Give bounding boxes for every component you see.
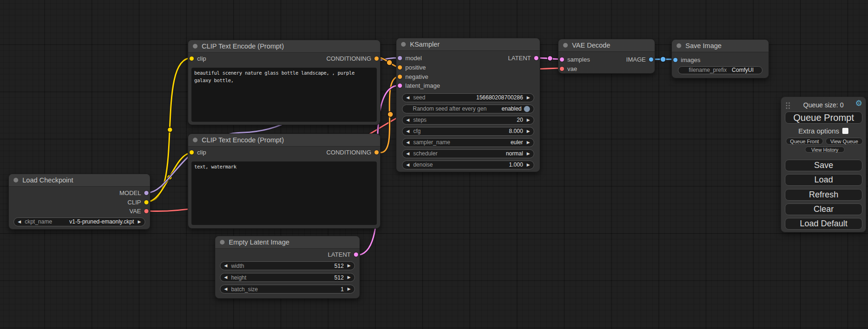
input-port-clip[interactable]: clip [190,149,206,156]
positive-prompt-textarea[interactable]: beautiful scenery nature glass bottle la… [191,68,377,122]
node-header[interactable]: Empty Latent Image [215,236,360,249]
negative-prompt-textarea[interactable]: text, watermark [191,161,377,225]
widget-batch-size[interactable]: ◀ batch_size 1 ▶ [220,285,355,294]
increment-arrow-icon[interactable]: ▶ [138,220,141,224]
image-port-dot-icon[interactable] [649,57,653,62]
toggle-dot-icon[interactable] [524,106,530,112]
widget-width[interactable]: ◀ width 512 ▶ [220,261,355,270]
input-port-negative[interactable]: negative [398,73,428,80]
latent-port-dot-icon[interactable] [354,252,358,257]
conditioning-port-dot-icon[interactable] [374,150,379,154]
node-clip-text-encode-negative[interactable]: CLIP Text Encode (Prompt) clip CONDITION… [188,133,381,229]
increment-arrow-icon[interactable]: ▶ [527,140,530,145]
increment-arrow-icon[interactable]: ▶ [527,152,530,156]
clip-port-dot-icon[interactable] [144,200,148,204]
widget-sampler-name[interactable]: ◀ sampler_name euler ▶ [402,138,534,147]
widget-random-seed-toggle[interactable]: Random seed after every gen enabled [402,105,534,113]
node-header[interactable]: VAE Decode [558,39,655,52]
collapse-dot-icon[interactable] [193,138,198,142]
latent-port-dot-icon[interactable] [398,84,402,88]
input-port-vae[interactable]: vae [560,65,577,72]
widget-seed[interactable]: ◀ seed 156680208700286 ▶ [402,93,534,102]
node-load-checkpoint[interactable]: Load Checkpoint MODEL CLIP VAE [8,174,150,230]
conditioning-port-dot-icon[interactable] [398,75,402,79]
decrement-arrow-icon[interactable]: ◀ [224,275,227,280]
vae-port-dot-icon[interactable] [144,209,148,213]
widget-height[interactable]: ◀ height 512 ▶ [220,273,355,282]
settings-gear-icon[interactable]: ⚙ [855,99,862,107]
node-header[interactable]: Load Checkpoint [9,174,150,187]
latent-port-dot-icon[interactable] [534,56,538,60]
output-port-latent[interactable]: LATENT [328,251,358,258]
view-history-button[interactable]: View History [805,147,845,153]
node-header[interactable]: CLIP Text Encode (Prompt) [188,40,380,53]
decrement-arrow-icon[interactable]: ◀ [18,220,21,224]
increment-arrow-icon[interactable]: ▶ [527,129,530,133]
clip-port-dot-icon[interactable] [190,150,194,154]
conditioning-port-dot-icon[interactable] [398,65,402,70]
clear-button[interactable]: Clear [785,203,862,215]
queue-prompt-button[interactable]: Queue Prompt [785,112,862,124]
input-port-latent-image[interactable]: latent_image [398,82,440,89]
output-port-clip[interactable]: CLIP [127,199,148,206]
node-empty-latent-image[interactable]: Empty Latent Image LATENT ◀ width 512 ▶ … [215,236,360,299]
decrement-arrow-icon[interactable]: ◀ [224,264,227,268]
output-port-model[interactable]: MODEL [120,189,148,196]
node-header[interactable]: KSampler [396,38,540,51]
collapse-dot-icon[interactable] [193,44,198,49]
node-save-image[interactable]: Save Image images filename_prefix ComfyU… [671,39,769,78]
decrement-arrow-icon[interactable]: ◀ [406,152,409,156]
input-port-images[interactable]: images [673,56,700,63]
node-vae-decode[interactable]: VAE Decode samples IMAGE vae [558,39,655,74]
collapse-dot-icon[interactable] [220,240,225,245]
load-button[interactable]: Load [785,174,862,186]
increment-arrow-icon[interactable]: ▶ [347,287,351,291]
widget-scheduler[interactable]: ◀ scheduler normal ▶ [402,149,534,158]
node-graph-canvas[interactable]: Load Checkpoint MODEL CLIP VAE [0,0,868,329]
widget-denoise[interactable]: ◀ denoise 1.000 ▶ [402,161,534,169]
node-clip-text-encode-positive[interactable]: CLIP Text Encode (Prompt) clip CONDITION… [188,40,381,125]
output-port-conditioning[interactable]: CONDITIONING [326,55,379,62]
output-port-latent[interactable]: LATENT [508,55,538,62]
widget-steps[interactable]: ◀ steps 20 ▶ [402,116,534,125]
decrement-arrow-icon[interactable]: ◀ [406,140,409,145]
increment-arrow-icon[interactable]: ▶ [527,163,530,167]
input-port-samples[interactable]: samples [560,56,590,63]
node-header[interactable]: Save Image [672,40,769,52]
input-port-clip[interactable]: clip [190,55,206,62]
decrement-arrow-icon[interactable]: ◀ [406,129,409,133]
collapse-dot-icon[interactable] [401,42,406,47]
output-port-vae[interactable]: VAE [129,208,148,215]
collapse-dot-icon[interactable] [14,178,18,182]
increment-arrow-icon[interactable]: ▶ [347,264,351,268]
increment-arrow-icon[interactable]: ▶ [527,96,530,100]
input-port-model[interactable]: model [398,55,422,62]
increment-arrow-icon[interactable]: ▶ [527,118,530,122]
view-queue-button[interactable]: View Queue [826,138,863,145]
decrement-arrow-icon[interactable]: ◀ [406,96,409,100]
decrement-arrow-icon[interactable]: ◀ [406,163,409,167]
model-port-dot-icon[interactable] [144,191,148,195]
refresh-button[interactable]: Refresh [785,189,862,201]
decrement-arrow-icon[interactable]: ◀ [224,287,227,291]
extra-options-checkbox[interactable] [842,128,848,134]
widget-ckpt-name[interactable]: ◀ ckpt_name v1-5-pruned-emaonly.ckpt ▶ [14,217,145,226]
decrement-arrow-icon[interactable]: ◀ [406,118,409,122]
widget-filename-prefix[interactable]: filename_prefix ComfyUI [678,66,762,74]
node-header[interactable]: CLIP Text Encode (Prompt) [188,134,380,147]
collapse-dot-icon[interactable] [563,43,568,48]
save-button[interactable]: Save [785,160,862,171]
conditioning-port-dot-icon[interactable] [374,56,379,61]
widget-cfg[interactable]: ◀ cfg 8.000 ▶ [402,127,534,136]
output-port-image[interactable]: IMAGE [626,56,653,63]
queue-front-button[interactable]: Queue Front [786,138,823,145]
vae-port-dot-icon[interactable] [560,67,564,71]
queue-panel[interactable]: Queue size: 0 ⚙ Queue Prompt Extra optio… [781,97,866,232]
model-port-dot-icon[interactable] [398,56,402,60]
node-ksampler[interactable]: KSampler model LATENT positive [396,38,540,172]
increment-arrow-icon[interactable]: ▶ [347,275,351,280]
image-port-dot-icon[interactable] [673,58,677,62]
input-port-positive[interactable]: positive [398,64,426,71]
latent-port-dot-icon[interactable] [560,57,564,62]
collapse-dot-icon[interactable] [677,43,681,48]
